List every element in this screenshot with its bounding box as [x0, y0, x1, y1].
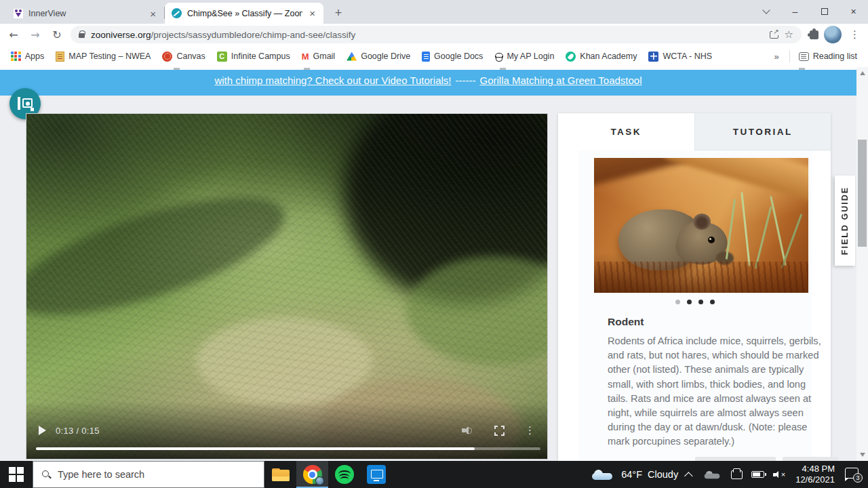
tab-innerview[interactable]: InnerView ×	[7, 3, 164, 24]
khan-academy-icon	[566, 52, 576, 62]
action-center-button[interactable]: 3	[845, 468, 861, 481]
photo-carousel-dots	[608, 300, 783, 304]
minimize-button[interactable]: –	[781, 0, 810, 23]
carousel-dot[interactable]	[687, 300, 692, 304]
bookmark-apps[interactable]: Apps	[8, 49, 47, 64]
reading-list-button[interactable]: Reading list	[796, 49, 860, 63]
carousel-dot[interactable]	[710, 300, 715, 304]
bookmark-canvas[interactable]: Canvas	[159, 49, 208, 64]
bookmark-map-testing[interactable]: MAP Testing – NWEA	[53, 49, 153, 64]
back-button[interactable]: ←	[5, 28, 22, 41]
tab-title: Chimp&See » Classify — Zoonive	[187, 9, 302, 18]
zooniverse-favicon-icon	[172, 8, 182, 18]
taskbar-spotify[interactable]	[328, 461, 360, 488]
scroll-up-icon[interactable]	[860, 71, 865, 75]
file-explorer-icon	[272, 468, 290, 481]
taskbar-file-explorer[interactable]	[264, 461, 296, 488]
onedrive-icon[interactable]	[705, 470, 720, 478]
rodent-photo[interactable]	[594, 158, 808, 293]
blue-app-icon	[367, 465, 386, 484]
bookmark-label: Canvas	[176, 52, 205, 61]
bookmark-label: Gmail	[313, 52, 336, 61]
address-bar[interactable]: zooniverse.org/projects/sassydumbledore/…	[71, 26, 802, 43]
weather-cloud-icon[interactable]	[592, 470, 612, 480]
start-button[interactable]	[0, 461, 33, 488]
bookmark-infinite-campus[interactable]: CInfinite Campus	[214, 49, 293, 64]
search-input[interactable]	[58, 469, 227, 480]
windows-taskbar: 64°F Cloudy × 4:48 PM 12/6/2021 3	[0, 461, 868, 488]
profile-avatar[interactable]	[824, 26, 842, 43]
carousel-dot[interactable]	[675, 300, 680, 304]
grass-blade	[755, 206, 772, 269]
acorn-icon	[494, 52, 502, 62]
rodent-eye	[708, 237, 715, 243]
extensions-icon[interactable]	[810, 30, 818, 39]
fullscreen-icon[interactable]	[494, 426, 505, 436]
bookmark-google-docs[interactable]: Google Docs	[419, 49, 486, 64]
weather-widget[interactable]: 64°F Cloudy	[621, 469, 678, 480]
chevron-down-icon	[762, 6, 770, 14]
taskbar-clock[interactable]: 4:48 PM 12/6/2021	[795, 464, 835, 485]
apps-grid-icon	[11, 52, 21, 62]
clock-date: 12/6/2021	[795, 474, 835, 485]
bookmark-wcta-nhs[interactable]: WCTA - NHS	[646, 49, 715, 64]
play-button[interactable]	[39, 426, 46, 435]
camera-trap-icon	[18, 97, 33, 110]
tab-tutorial[interactable]: TUTORIAL	[694, 113, 831, 150]
battery-icon[interactable]	[751, 471, 764, 478]
gorilla-matching-link[interactable]: Gorilla Matching at Green Toadstool	[480, 75, 642, 86]
taskbar-chrome[interactable]	[296, 461, 328, 488]
grass-blade	[781, 214, 803, 268]
bookmark-khan-academy[interactable]: Khan Academy	[563, 49, 639, 64]
video-progress-bar[interactable]	[36, 447, 540, 451]
bookmark-label: Infinite Campus	[231, 52, 290, 61]
browser-menu-icon[interactable]: ⋮	[847, 28, 863, 41]
innerview-favicon-icon	[14, 9, 23, 18]
video-timestamp: 0:13 / 0:15	[56, 426, 100, 436]
video-controls: 0:13 / 0:15 ⋮	[26, 421, 547, 440]
weather-condition: Cloudy	[648, 469, 678, 480]
browser-toolbar: ← → ↻ zooniverse.org/projects/sassydumbl…	[0, 24, 868, 45]
page-scrollbar[interactable]	[856, 67, 868, 461]
tab-title: InnerView	[28, 9, 143, 18]
bookmarks-overflow-chevron[interactable]: »	[770, 52, 783, 62]
share-icon[interactable]	[770, 30, 778, 39]
bookmark-label: Google Drive	[361, 52, 410, 61]
video-menu-icon[interactable]: ⋮	[525, 424, 535, 436]
tab-task[interactable]: TASK	[558, 113, 694, 150]
bookmark-gmail[interactable]: MGmail	[299, 49, 338, 64]
carousel-dot[interactable]	[698, 300, 703, 304]
forward-button[interactable]: →	[27, 28, 43, 41]
grass-blade	[726, 199, 736, 260]
bookmark-star-icon[interactable]: ☆	[785, 28, 793, 41]
scroll-down-icon[interactable]	[860, 453, 865, 457]
tab-close-icon[interactable]: ×	[149, 9, 157, 19]
volume-muted-icon[interactable]: ×	[773, 470, 787, 479]
taskbar-search[interactable]	[33, 461, 264, 488]
field-guide-tab[interactable]: FIELD GUIDE	[835, 176, 855, 266]
url-domain: zooniverse.org	[91, 30, 151, 40]
close-window-button[interactable]: ×	[839, 0, 868, 23]
weather-temp: 64°F	[621, 469, 642, 480]
volume-icon[interactable]	[462, 426, 474, 435]
tab-chimpandsee[interactable]: Chimp&See » Classify — Zoonive ×	[165, 3, 323, 24]
new-tab-button[interactable]: +	[329, 3, 348, 22]
display-tray-icon[interactable]	[731, 470, 743, 479]
video-tutorials-link[interactable]: with chimp matching? Check out our Video…	[214, 75, 451, 86]
bookmark-my-ap-login[interactable]: My AP Login	[492, 49, 557, 64]
subject-video-player[interactable]: 0:13 / 0:15 ⋮	[26, 113, 548, 460]
scrollbar-thumb[interactable]	[858, 140, 867, 247]
page-url: zooniverse.org/projects/sassydumbledore/…	[91, 30, 355, 40]
bookmark-google-drive[interactable]: Google Drive	[344, 49, 413, 63]
reload-button[interactable]: ↻	[49, 28, 65, 41]
lock-icon	[79, 33, 85, 38]
window-controls: – ×	[751, 0, 868, 23]
announcement-banner: with chimp matching? Check out our Video…	[0, 70, 856, 96]
tray-overflow-icon[interactable]	[684, 472, 693, 481]
panel-tabs: TASK TUTORIAL	[558, 113, 831, 150]
taskbar-blue-app[interactable]	[360, 461, 392, 488]
tab-close-icon[interactable]: ×	[308, 8, 317, 18]
search-icon	[41, 470, 51, 479]
restore-button[interactable]	[810, 0, 839, 23]
tab-search-button[interactable]	[751, 0, 781, 23]
